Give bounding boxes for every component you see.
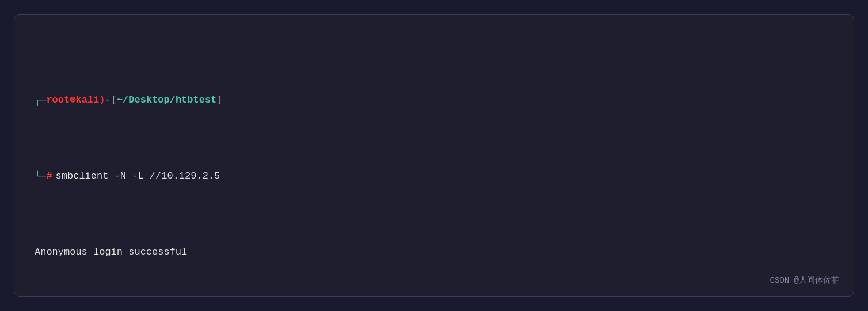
terminal-window: ┌ ─ root⊛kali) - [ ~/Desktop/htbtest ] └…: [14, 14, 854, 297]
prompt-bracket-close: ]: [216, 93, 222, 108]
prompt-bracket-open: [: [111, 93, 117, 108]
box-dash-2: ─: [40, 172, 46, 181]
prompt-line-1-top: ┌ ─ root⊛kali) - [ ~/Desktop/htbtest ]: [35, 93, 833, 108]
prompt-user: root: [46, 93, 70, 108]
prompt-host: kali): [75, 93, 105, 108]
prompt-path: ~/Desktop/htbtest: [117, 93, 216, 108]
box-top-left: ┌: [35, 96, 40, 105]
watermark: CSDN @人间体佐菲: [770, 275, 839, 286]
prompt-line-1-bottom: └ ─ # smbclient -N -L //10.129.2.5: [35, 169, 833, 184]
prompt-circle: ⊛: [70, 93, 75, 108]
terminal-content: ┌ ─ root⊛kali) - [ ~/Desktop/htbtest ] └…: [35, 32, 833, 297]
prompt-hash-1: #: [46, 169, 52, 184]
output-anonymous: Anonymous login successful: [35, 245, 833, 260]
box-dash-1: ─: [40, 96, 46, 105]
prompt-dash: -: [105, 93, 111, 108]
command-text-1: smbclient -N -L //10.129.2.5: [56, 169, 220, 184]
box-bottom-left: └: [35, 172, 40, 181]
